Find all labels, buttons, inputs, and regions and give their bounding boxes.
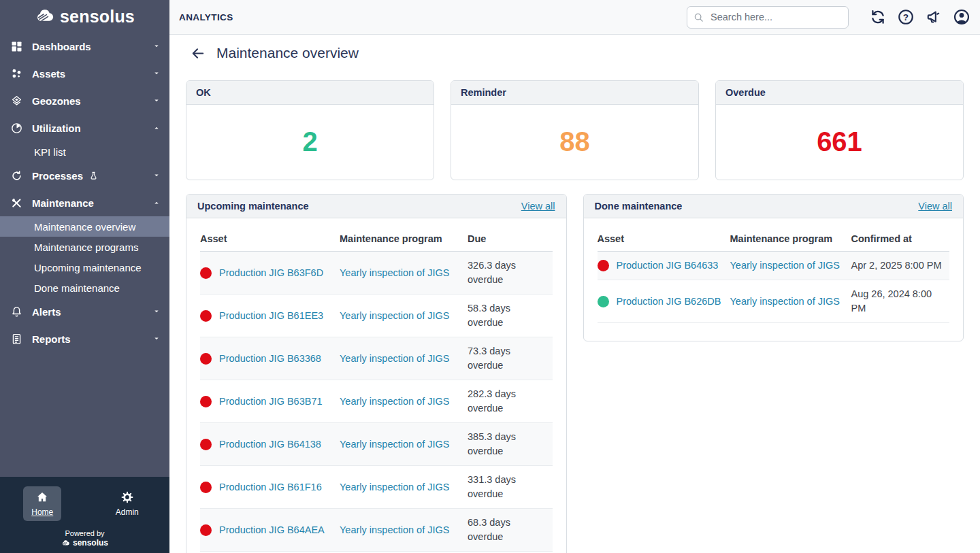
sidebar-item-label: Processes [32,170,83,182]
column-header-asset: Asset [200,225,340,252]
caret-down-icon [153,70,160,77]
page-title: Maintenance overview [216,45,359,61]
column-header-confirmed-at: Confirmed at [851,225,950,252]
account-button[interactable] [953,8,970,26]
maintenance-program-link[interactable]: Yearly inspection of JIGS [340,267,449,278]
home-button[interactable]: Home [23,486,61,521]
due-cell: 385.3 days overdue [468,423,553,466]
back-button[interactable] [190,46,206,61]
search-input[interactable] [687,6,849,29]
table-row: Production JIG B64AEAYearly inspection o… [200,509,553,552]
confirmed-at-cell: Aug 26, 2024 8:00 PM [851,280,950,323]
announcements-button[interactable] [925,8,943,26]
asset-link[interactable]: Production JIG B63B71 [219,396,323,407]
brand-logo[interactable]: sensolus [0,0,169,33]
asset-cell: Production JIG B63368 [200,337,340,380]
status-dot-red [200,353,212,365]
sidebar-item-geozones[interactable]: Geozones [0,87,169,114]
sidebar-item-label: Upcoming maintenance [34,262,142,273]
sensolus-cloud-icon [35,6,55,27]
maintenance-program-link[interactable]: Yearly inspection of JIGS [340,439,449,450]
maintenance-program-cell: Yearly inspection of JIGS [340,380,468,423]
sync-button[interactable] [869,8,887,26]
due-cell: 58.3 days overdue [468,295,553,337]
grid-icon [10,40,23,53]
status-dot-red [200,267,212,279]
maintenance-program-cell: Yearly inspection of JIGS [340,423,468,466]
sidebar-item-maintenance-overview[interactable]: Maintenance overview [0,216,169,237]
sidebar-item-maintenance-programs[interactable]: Maintenance programs [0,237,169,257]
status-dot-green [598,296,609,307]
tools-icon [10,197,23,210]
asset-cell: Production JIG B63F6D [200,252,340,295]
due-cell: 282.3 days overdue [468,380,553,423]
svg-text:?: ? [903,12,909,22]
table-row: Production JIG B63368Yearly inspection o… [200,337,553,380]
maintenance-program-link[interactable]: Yearly inspection of JIGS [340,396,449,407]
asset-cell: Production JIG B64633 [598,252,730,280]
sidebar-item-label: Geozones [32,95,81,107]
cycle-icon [10,169,23,182]
asset-link[interactable]: Production JIG B61EE3 [219,310,323,321]
view-all-link[interactable]: View all [918,201,952,212]
done-maintenance-table: Asset Maintenance program Confirmed at P… [598,225,950,323]
asset-link[interactable]: Production JIG B63F6D [219,267,323,278]
due-cell: 73.3 days overdue [468,337,553,380]
sidebar-item-label: Dashboards [32,41,91,52]
admin-button[interactable]: Admin [108,486,147,521]
sidebar-item-kpi-list[interactable]: KPI list [0,141,169,162]
sidebar-item-label: Done maintenance [34,282,120,294]
sidebar-nav: DashboardsAssetsGeozonesUtilizationKPI l… [0,33,169,477]
asset-link[interactable]: Production JIG B61F16 [219,482,322,492]
maintenance-program-link[interactable]: Yearly inspection of JIGS [340,310,449,321]
maintenance-program-cell: Yearly inspection of JIGS [340,466,468,509]
sidebar-item-label: Assets [32,68,65,80]
sidebar-item-done-maintenance[interactable]: Done maintenance [0,278,169,298]
table-row: Production JIG B626DBYearly inspection o… [598,280,950,323]
sidebar-submenu: KPI list [0,141,169,162]
asset-link[interactable]: Production JIG B63368 [219,353,321,364]
caret-down-icon [153,172,160,179]
stat-card-title: OK [186,81,434,105]
geozone-icon [10,95,23,107]
powered-brand-name: sensolus [73,538,108,548]
sidebar-item-utilization[interactable]: Utilization [0,114,169,141]
upcoming-maintenance-panel: Upcoming maintenance View all Asset Main… [186,194,567,553]
maintenance-program-link[interactable]: Yearly inspection of JIGS [730,296,840,307]
asset-link[interactable]: Production JIG B64138 [219,439,321,450]
account-icon [953,8,970,26]
sync-icon [869,8,887,26]
sidebar-item-reports[interactable]: Reports [0,325,169,352]
search-box [687,6,849,29]
stat-card-ok: OK 2 [186,80,434,180]
column-header-due: Due [468,225,553,252]
maintenance-program-link[interactable]: Yearly inspection of JIGS [340,482,449,492]
sidebar-item-processes[interactable]: Processes [0,162,169,189]
sidebar-item-label: KPI list [34,146,66,158]
sidebar-item-assets[interactable]: Assets [0,60,169,87]
table-row: Production JIG B61F16Yearly inspection o… [200,466,553,509]
help-icon: ? [897,8,915,26]
sidebar-item-upcoming-maintenance[interactable]: Upcoming maintenance [0,257,169,278]
maintenance-program-cell: Yearly inspection of JIGS [730,280,851,323]
announcements-icon [925,8,943,26]
sidebar-item-maintenance[interactable]: Maintenance [0,189,169,216]
sidebar-item-dashboards[interactable]: Dashboards [0,33,169,60]
caret-down-icon [153,335,160,342]
view-all-link[interactable]: View all [521,201,555,212]
maintenance-program-link[interactable]: Yearly inspection of JIGS [340,524,449,535]
maintenance-program-link[interactable]: Yearly inspection of JIGS [730,260,840,271]
panels-row: Upcoming maintenance View all Asset Main… [169,180,980,553]
sidebar-item-alerts[interactable]: Alerts [0,298,169,325]
asset-link[interactable]: Production JIG B64633 [617,260,719,271]
maintenance-program-link[interactable]: Yearly inspection of JIGS [340,353,449,364]
powered-by: Powered by sensolus [0,529,169,548]
asset-link[interactable]: Production JIG B626DB [617,296,721,307]
nodes-icon [10,67,23,80]
help-button[interactable]: ? [897,8,915,26]
app-title: ANALYTICS [179,12,233,22]
asset-link[interactable]: Production JIG B64AEA [219,524,325,535]
status-dot-red [200,524,212,536]
confirmed-at-cell: Apr 2, 2025 8:00 PM [851,252,950,280]
asset-cell: Production JIG B64AEA [200,509,340,552]
